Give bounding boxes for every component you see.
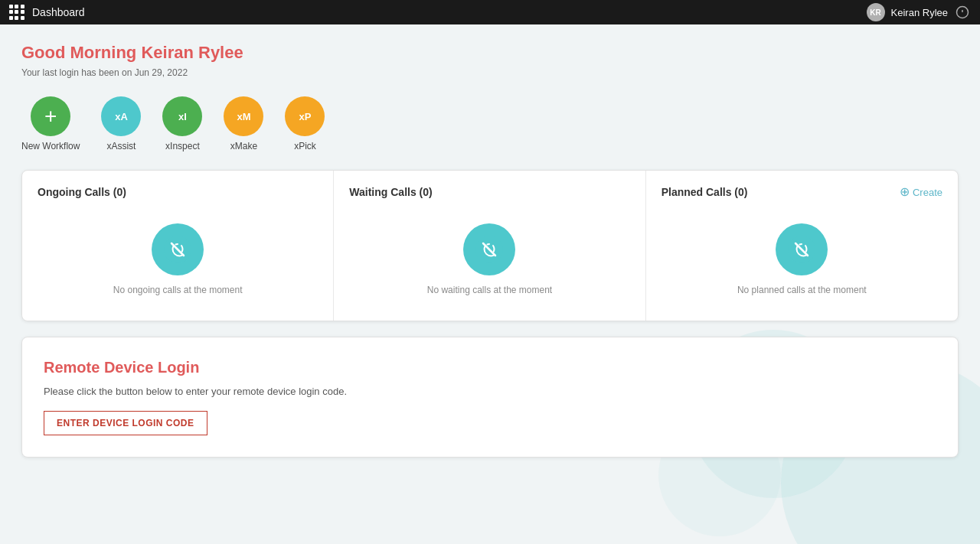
user-name: Keiran Rylee [891,7,948,18]
remote-login-title: Remote Device Login [44,359,936,376]
enter-device-login-button[interactable]: ENTER DEVICE LOGIN CODE [44,411,207,435]
navbar: Dashboard KR Keiran Rylee [0,0,980,24]
user-avatar[interactable]: KR [867,3,885,21]
workflow-item-new[interactable]: + New Workflow [21,96,80,151]
navbar-left: Dashboard [9,5,85,20]
notification-icon[interactable] [954,4,971,21]
create-planned-call-button[interactable]: ⊕ Create [900,186,942,198]
create-label: Create [913,187,942,198]
xinspect-icon: xI [162,96,202,136]
planned-calls-body: No planned calls at the moment [662,213,942,305]
create-plus-icon: ⊕ [900,186,910,198]
waiting-calls-title: Waiting Calls (0) [349,186,432,198]
xmake-icon: xM [224,96,263,136]
planned-calls-card: Planned Calls (0) ⊕ Create No plann [646,171,958,321]
workflow-item-xassist[interactable]: xA xAssist [101,96,141,151]
waiting-calls-card: Waiting Calls (0) No waiting calls at th… [334,171,645,321]
ongoing-calls-header: Ongoing Calls (0) [38,186,318,198]
navbar-title: Dashboard [32,6,85,18]
ongoing-calls-body: No ongoing calls at the moment [38,213,318,305]
ongoing-calls-empty-text: No ongoing calls at the moment [113,285,243,295]
waiting-calls-header: Waiting Calls (0) [349,186,629,198]
xinspect-label: xInspect [165,141,200,151]
new-workflow-label: New Workflow [21,141,80,151]
planned-calls-header: Planned Calls (0) ⊕ Create [662,186,942,198]
waiting-calls-empty-text: No waiting calls at the moment [427,285,552,295]
calls-cards-row: Ongoing Calls (0) No ongoing calls at th… [21,170,959,321]
workflow-row: + New Workflow xA xAssist xI xInspect xM… [21,96,959,151]
xassist-label: xAssist [106,141,136,151]
xassist-icon: xA [101,96,141,136]
ongoing-calls-card: Ongoing Calls (0) No ongoing calls at th… [22,171,334,321]
xmake-label: xMake [230,141,257,151]
new-workflow-icon: + [31,96,70,136]
xpick-icon: xP [285,96,325,136]
remote-login-description: Please click the button below to enter y… [44,386,936,397]
remote-login-card: Remote Device Login Please click the but… [21,337,959,458]
main-content: Good Morning Keiran Rylee Your last logi… [0,24,980,476]
waiting-calls-body: No waiting calls at the moment [349,213,629,305]
waiting-calls-icon [463,223,515,275]
ongoing-calls-title: Ongoing Calls (0) [38,186,126,198]
greeting-text: Good Morning Keiran Rylee [21,43,959,63]
workflow-item-xpick[interactable]: xP xPick [285,96,325,151]
last-login-text: Your last login has been on Jun 29, 2022 [21,67,959,78]
xpick-label: xPick [294,141,316,151]
navbar-right: KR Keiran Rylee [867,3,971,21]
planned-calls-empty-text: No planned calls at the moment [737,285,867,295]
workflow-item-xmake[interactable]: xM xMake [224,96,263,151]
planned-calls-title: Planned Calls (0) [662,186,748,198]
workflow-item-xinspect[interactable]: xI xInspect [162,96,202,151]
grid-icon[interactable] [9,5,24,20]
ongoing-calls-icon [152,223,204,275]
planned-calls-icon [776,223,828,275]
